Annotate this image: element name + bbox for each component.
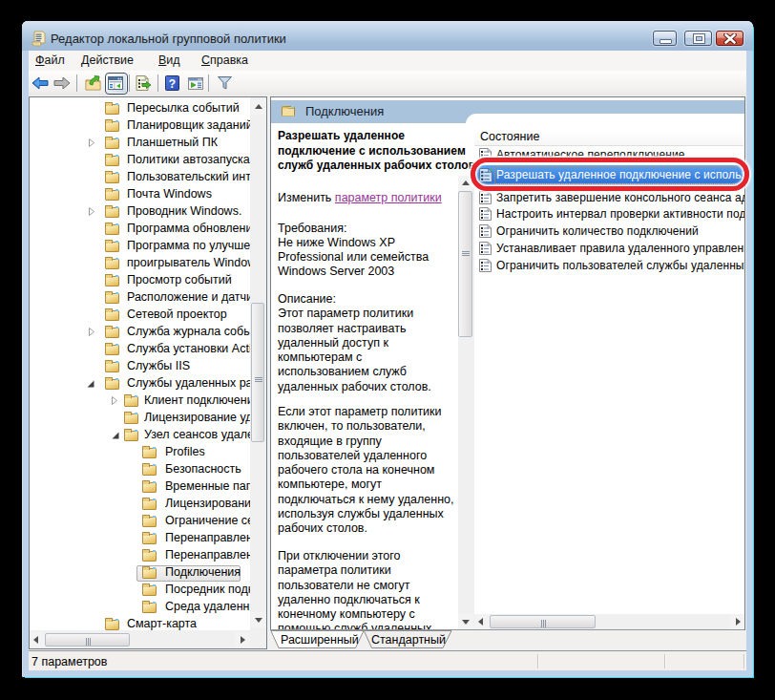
svg-text:?: ? [169,77,176,91]
